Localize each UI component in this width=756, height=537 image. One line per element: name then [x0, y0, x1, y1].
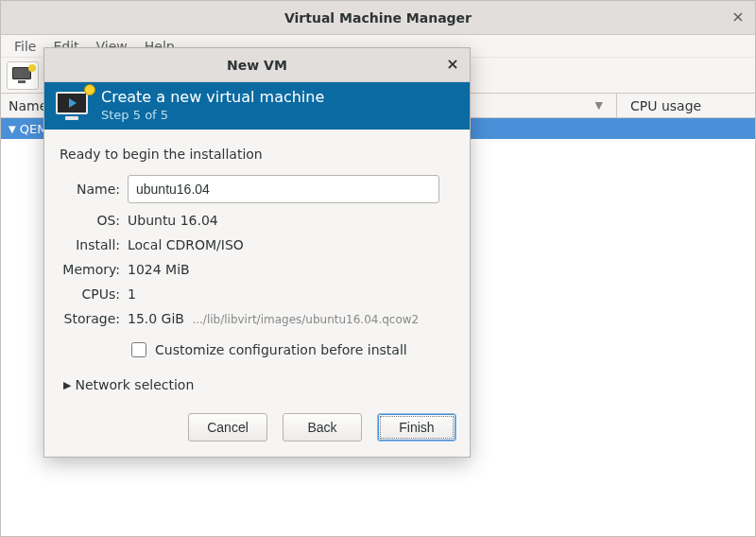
column-cpu[interactable]: CPU usage: [617, 94, 755, 117]
monitor-icon: [12, 67, 33, 84]
dialog-title: New VM: [44, 58, 470, 73]
dialog-close-icon[interactable]: ×: [445, 57, 460, 72]
banner-monitor-icon: [54, 88, 92, 122]
vm-name-input[interactable]: [128, 175, 439, 203]
expand-right-icon: ▶: [63, 379, 71, 391]
expand-icon: ▼: [9, 124, 16, 134]
back-button[interactable]: Back: [283, 413, 362, 442]
window-close-icon[interactable]: ×: [730, 9, 746, 24]
column-name-label: Name: [9, 98, 47, 113]
finish-button[interactable]: Finish: [377, 413, 456, 442]
dialog-body: Ready to begin the installation Name: OS…: [44, 130, 470, 402]
summary-grid: Name: OS: Ubuntu 16.04 Install: Local CD…: [58, 175, 456, 360]
dialog-buttons: Cancel Back Finish: [44, 402, 470, 457]
label-os: OS:: [58, 213, 120, 228]
label-storage: Storage:: [58, 311, 120, 326]
sort-indicator-icon: ▼: [595, 99, 609, 112]
column-cpu-label: CPU usage: [630, 98, 701, 113]
customize-checkbox[interactable]: [131, 342, 146, 357]
label-cpus: CPUs:: [58, 286, 120, 302]
storage-size: 15.0 GiB: [128, 311, 184, 326]
banner-title: Create a new virtual machine: [101, 88, 324, 106]
storage-path: .../lib/libvirt/images/ubuntu16.04.qcow2: [192, 313, 419, 326]
value-memory: 1024 MiB: [128, 262, 456, 277]
customize-label: Customize configuration before install: [155, 342, 407, 357]
network-selection-expander[interactable]: ▶ Network selection: [63, 377, 456, 392]
banner-step: Step 5 of 5: [101, 108, 324, 122]
new-vm-dialog: New VM × Create a new virtual machine St…: [43, 47, 471, 458]
banner-text: Create a new virtual machine Step 5 of 5: [101, 88, 324, 122]
cancel-button[interactable]: Cancel: [188, 413, 267, 442]
label-install: Install:: [58, 237, 120, 252]
dialog-banner: Create a new virtual machine Step 5 of 5: [44, 82, 470, 130]
value-cpus: 1: [128, 286, 456, 302]
ready-label: Ready to begin the installation: [60, 147, 456, 162]
value-os: Ubuntu 16.04: [128, 213, 456, 228]
window-title: Virtual Machine Manager: [1, 10, 755, 26]
value-install: Local CDROM/ISO: [128, 237, 456, 252]
titlebar: Virtual Machine Manager ×: [1, 1, 755, 35]
network-selection-label: Network selection: [75, 377, 194, 392]
label-name: Name:: [58, 182, 120, 197]
label-memory: Memory:: [58, 262, 120, 277]
value-storage: 15.0 GiB .../lib/libvirt/images/ubuntu16…: [128, 311, 456, 326]
menu-file[interactable]: File: [7, 37, 43, 56]
new-vm-button[interactable]: [7, 61, 39, 90]
dialog-titlebar: New VM ×: [44, 48, 470, 82]
